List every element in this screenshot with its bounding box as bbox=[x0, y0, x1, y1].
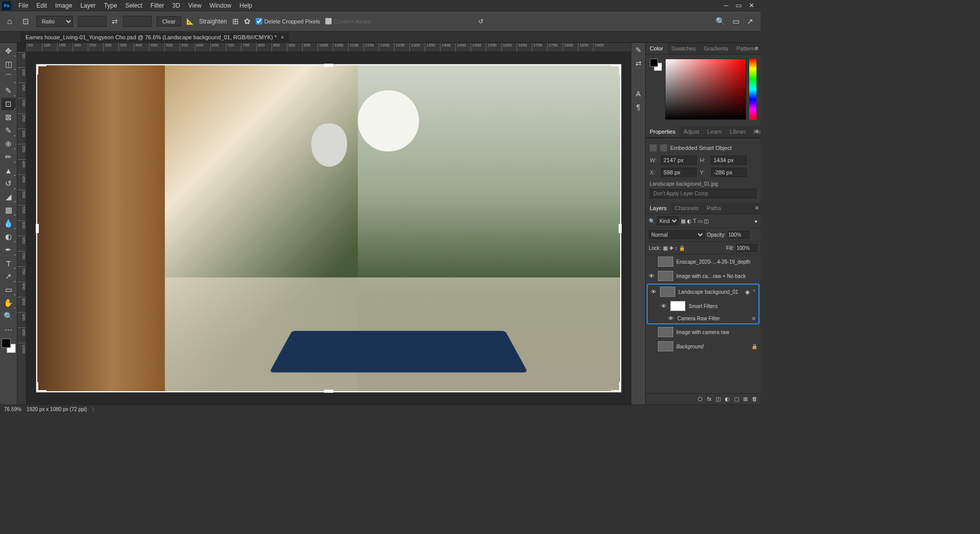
search-icon[interactable]: 🔍 bbox=[716, 17, 725, 26]
lasso-tool[interactable]: ⌒ bbox=[2, 71, 16, 84]
share-icon[interactable]: ↗ bbox=[747, 17, 753, 26]
zoom-tool[interactable]: 🔍 bbox=[2, 310, 16, 322]
crop-tool-icon[interactable]: ⊡ bbox=[20, 17, 31, 26]
type-tool[interactable]: T bbox=[2, 257, 16, 269]
visibility-toggle[interactable]: 👁 bbox=[668, 315, 674, 321]
new-layer-icon[interactable]: ⊞ bbox=[743, 396, 748, 402]
foreground-background-colors[interactable] bbox=[2, 339, 16, 353]
eyedropper-tool[interactable]: ✎ bbox=[2, 124, 16, 137]
marquee-tool[interactable]: ◫ bbox=[2, 58, 16, 70]
blend-mode-dropdown[interactable]: Normal bbox=[649, 230, 705, 239]
gear-icon[interactable]: ✿ bbox=[244, 17, 251, 26]
pen-tool[interactable]: ✒ bbox=[2, 244, 16, 256]
straighten-label[interactable]: Straighten bbox=[199, 18, 227, 25]
expand-icon[interactable]: ˄ bbox=[753, 289, 755, 295]
layer-row[interactable]: 👁 Image with ca…raw + No back bbox=[646, 269, 761, 283]
filter-smart-icon[interactable]: ◫ bbox=[704, 218, 708, 224]
menu-help[interactable]: Help bbox=[235, 1, 256, 10]
visibility-toggle[interactable]: 👁 bbox=[651, 289, 657, 295]
healing-tool[interactable]: ⊕ bbox=[2, 138, 16, 150]
gradient-tool[interactable]: ▦ bbox=[2, 204, 16, 216]
paragraph-panel-icon[interactable]: ¶ bbox=[636, 103, 641, 111]
shape-tool[interactable]: ▭ bbox=[2, 284, 16, 296]
adjustment-layer-icon[interactable]: ◐ bbox=[725, 396, 730, 402]
lock-position-icon[interactable]: ✚ bbox=[669, 245, 673, 251]
move-tool[interactable]: ✥ bbox=[2, 45, 16, 57]
tab-swatches[interactable]: Swatches bbox=[667, 43, 700, 54]
swap-icon[interactable]: ⇄ bbox=[112, 17, 118, 26]
frame-tool[interactable]: ⊠ bbox=[2, 111, 16, 123]
edit-toolbar[interactable]: ⋯ bbox=[2, 323, 16, 336]
crop-handle-tr[interactable] bbox=[611, 64, 621, 74]
crop-handle-tl[interactable] bbox=[36, 64, 46, 74]
tab-layers[interactable]: Layers bbox=[646, 202, 671, 214]
tab-gradients[interactable]: Gradients bbox=[700, 43, 732, 54]
brush-panel-icon[interactable]: ✎ bbox=[635, 46, 642, 54]
document-dimensions[interactable]: 1920 px x 1080 px (72 ppi) bbox=[27, 406, 87, 412]
x-input[interactable] bbox=[661, 168, 697, 177]
tab-color[interactable]: Color bbox=[646, 43, 667, 54]
canvas-image[interactable] bbox=[36, 64, 622, 393]
visibility-toggle[interactable]: 👁 bbox=[649, 273, 655, 279]
filter-shape-icon[interactable]: ▭ bbox=[698, 218, 702, 224]
tab-paths[interactable]: Paths bbox=[703, 202, 725, 214]
panel-menu-icon[interactable]: ≡ bbox=[755, 128, 758, 134]
straighten-icon[interactable]: 📐 bbox=[186, 18, 194, 25]
menu-3d[interactable]: 3D bbox=[168, 1, 184, 10]
color-fgbg[interactable] bbox=[650, 59, 662, 71]
opacity-input[interactable] bbox=[728, 231, 749, 239]
link-layers-icon[interactable]: ⬡ bbox=[698, 396, 703, 402]
smart-filters-row[interactable]: 👁 Smart Filters bbox=[648, 299, 758, 313]
lock-all-icon[interactable]: 🔒 bbox=[679, 245, 685, 251]
crop-tool[interactable]: ⊡ bbox=[2, 98, 16, 110]
crop-overlay[interactable] bbox=[36, 64, 621, 392]
layer-comp-dropdown[interactable]: Don't Apply Layer Comp bbox=[650, 189, 756, 198]
layer-row[interactable]: Background 🔒 bbox=[646, 339, 761, 353]
filter-indicator-icon[interactable]: ◉ bbox=[745, 289, 750, 295]
hue-slider[interactable] bbox=[749, 59, 756, 120]
delete-layer-icon[interactable]: 🗑 bbox=[752, 396, 757, 402]
panel-menu-icon[interactable]: ≡ bbox=[755, 205, 758, 211]
stamp-tool[interactable]: ▲ bbox=[2, 164, 16, 176]
vertical-ruler[interactable]: 5010015020025030035040045050055060065070… bbox=[17, 52, 27, 404]
crop-handle-br[interactable] bbox=[611, 382, 621, 392]
y-input[interactable] bbox=[711, 168, 747, 177]
width-input[interactable] bbox=[661, 156, 697, 165]
minimize-icon[interactable]: ─ bbox=[724, 2, 728, 9]
crop-handle-bl[interactable] bbox=[36, 382, 46, 392]
filter-pixel-icon[interactable]: ▦ bbox=[681, 218, 685, 224]
restore-icon[interactable]: ▭ bbox=[736, 2, 742, 9]
tab-adjustments[interactable]: Adjust bbox=[679, 126, 703, 137]
filter-type-icon[interactable]: T bbox=[693, 218, 696, 224]
tab-learn[interactable]: Learn bbox=[703, 126, 726, 137]
tab-libraries[interactable]: Librari bbox=[726, 126, 750, 137]
camera-raw-filter-row[interactable]: 👁 Camera Raw Filter ≡ bbox=[648, 313, 758, 323]
filter-toggle[interactable]: ● bbox=[754, 218, 757, 224]
fill-input[interactable] bbox=[736, 244, 757, 252]
history-brush-tool[interactable]: ↺ bbox=[2, 177, 16, 190]
menu-image[interactable]: Image bbox=[51, 1, 76, 10]
menu-select[interactable]: Select bbox=[121, 1, 146, 10]
home-icon[interactable]: ⌂ bbox=[4, 17, 15, 26]
crop-handle-t[interactable] bbox=[324, 64, 333, 67]
menu-view[interactable]: View bbox=[184, 1, 206, 10]
delete-cropped-checkbox[interactable]: Delete Cropped Pixels bbox=[256, 18, 320, 24]
crop-handle-l[interactable] bbox=[36, 224, 39, 233]
menu-layer[interactable]: Layer bbox=[76, 1, 100, 10]
group-icon[interactable]: ▢ bbox=[734, 396, 739, 402]
layer-style-icon[interactable]: fx bbox=[707, 396, 712, 402]
document-tab[interactable]: Eames house_Living-01_Yongyeon Cho.psd @… bbox=[20, 33, 289, 42]
lock-artboard-icon[interactable]: ↕ bbox=[675, 245, 677, 251]
reset-icon[interactable]: ↺ bbox=[478, 18, 483, 25]
dodge-tool[interactable]: ◐ bbox=[2, 231, 16, 243]
filter-blend-icon[interactable]: ≡ bbox=[752, 315, 755, 321]
ratio-height-input[interactable] bbox=[123, 16, 152, 27]
workspace-icon[interactable]: ▭ bbox=[732, 17, 740, 26]
layer-mask-icon[interactable]: ◫ bbox=[716, 396, 721, 402]
quick-select-tool[interactable]: ✎ bbox=[2, 85, 16, 97]
filter-adjust-icon[interactable]: ◐ bbox=[687, 218, 692, 224]
lock-pixel-icon[interactable]: ▦ bbox=[663, 245, 668, 251]
path-select-tool[interactable]: ↗ bbox=[2, 270, 16, 283]
hand-tool[interactable]: ✋ bbox=[2, 297, 16, 309]
height-input[interactable] bbox=[711, 156, 747, 165]
